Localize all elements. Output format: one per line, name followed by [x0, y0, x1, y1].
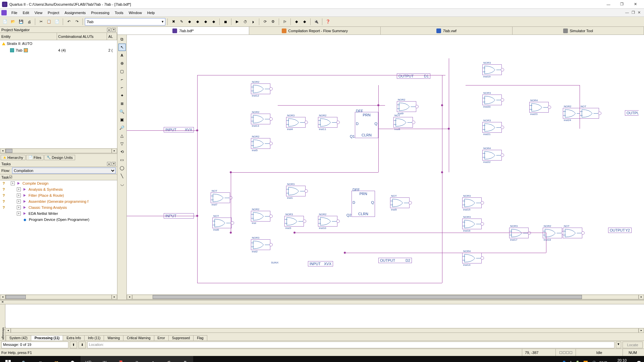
- msg-tab[interactable]: Flag: [193, 335, 207, 341]
- visio-icon[interactable]: Vⓢ: [80, 356, 97, 362]
- gate-nor3[interactable]: NOR3inst4: [286, 117, 306, 128]
- msg-tab[interactable]: Suppressed: [168, 335, 194, 341]
- mdi-minimize[interactable]: —: [625, 10, 629, 15]
- line-icon[interactable]: ╲: [118, 172, 126, 180]
- wire-node[interactable]: [293, 232, 296, 234]
- pin-output[interactable]: OUTPUTY1: [625, 110, 639, 116]
- entity-row[interactable]: Stratix II: AUTO: [0, 40, 117, 47]
- gate-nor3[interactable]: NOR3inst21: [482, 122, 502, 133]
- status-mini-nav[interactable]: [555, 349, 576, 356]
- text-icon[interactable]: A: [118, 52, 126, 59]
- location-box[interactable]: Location:: [87, 342, 614, 348]
- timing-icon[interactable]: ⏱: [241, 18, 249, 25]
- doc-tab[interactable]: Simulator Tool: [513, 27, 644, 35]
- task-row[interactable]: ◆Program Device (Open Programmer): [0, 217, 117, 223]
- gate-nor3[interactable]: NOR3inst17: [509, 228, 529, 238]
- msg-tab[interactable]: Info (11): [84, 335, 104, 341]
- panel-up[interactable]: ▴: [107, 28, 111, 32]
- lang-indicator[interactable]: ENG: [599, 361, 607, 362]
- gate-nor3[interactable]: NOR3inst2: [251, 239, 270, 250]
- battery-icon[interactable]: 🔋: [575, 361, 580, 362]
- msg-tab[interactable]: Warning: [104, 335, 123, 341]
- gate-nor2[interactable]: NOR2inst11: [318, 117, 337, 128]
- close-button[interactable]: ✕: [629, 1, 642, 8]
- doc-tab[interactable]: Compilation Report - Flow Summary: [249, 27, 381, 35]
- wire[interactable]: [294, 233, 546, 233]
- messages-hscroll[interactable]: ◂▸: [0, 328, 644, 333]
- gate-nor2[interactable]: NOR2inst13: [251, 114, 270, 124]
- flag-icon[interactable]: 🏳: [281, 18, 288, 25]
- col-aluts[interactable]: Combinational ALUTs: [57, 33, 107, 40]
- dff[interactable]: DFFPRNDQCLRNQ2: [352, 191, 375, 217]
- chip4-icon[interactable]: ◆: [210, 18, 217, 25]
- java-icon[interactable]: ☕: [161, 356, 177, 362]
- search-icon[interactable]: 🔍: [16, 356, 32, 362]
- wire[interactable]: [197, 283, 442, 283]
- msg-tab[interactable]: Extra Info: [63, 335, 85, 341]
- start-button[interactable]: [0, 356, 16, 362]
- task-row[interactable]: ?+Assembler (Generate programming f: [0, 198, 117, 204]
- gate-nor2[interactable]: NOR2inst5: [251, 138, 270, 149]
- tasks-up[interactable]: ▴: [107, 162, 111, 166]
- cut-icon[interactable]: ✂: [37, 18, 45, 25]
- panel-close[interactable]: ✕: [112, 28, 116, 32]
- ortholine-icon[interactable]: ⌐: [118, 76, 126, 83]
- wire[interactable]: [442, 75, 442, 283]
- mdi-restore[interactable]: ❐: [632, 10, 635, 15]
- oval-icon[interactable]: ◯: [118, 164, 126, 172]
- wire-node[interactable]: [196, 215, 198, 217]
- menu-view[interactable]: View: [32, 10, 45, 15]
- wire[interactable]: [378, 129, 449, 129]
- wire-node[interactable]: [441, 171, 443, 173]
- gate-not[interactable]: NOTinst6: [212, 218, 232, 228]
- gate-nor3[interactable]: NOR3inst1: [286, 186, 306, 196]
- gate-nor3[interactable]: NOR3inst16: [462, 219, 482, 229]
- chip2-icon[interactable]: ◆: [194, 18, 201, 25]
- col-entity[interactable]: Entity: [0, 33, 57, 40]
- explorer-icon[interactable]: 📁: [48, 356, 64, 362]
- locate-button[interactable]: Locate: [623, 342, 643, 348]
- gate-nor4[interactable]: NOR4inst22: [482, 150, 502, 161]
- wire[interactable]: [546, 233, 546, 253]
- gate-nor3[interactable]: NOR3inst3: [284, 216, 304, 227]
- wire[interactable]: [580, 85, 580, 129]
- wire[interactable]: [197, 75, 445, 75]
- gate-nor3[interactable]: NOR3inst15: [462, 197, 482, 208]
- yandex-icon[interactable]: 🅨: [64, 356, 80, 362]
- tab-hierarchy[interactable]: Hierarchy: [1, 155, 25, 160]
- task-row[interactable]: ?+Compile Design: [0, 180, 117, 186]
- doc-tab[interactable]: 7lab.vwf: [381, 27, 513, 35]
- undo-icon[interactable]: ↶: [65, 18, 72, 25]
- calc-icon[interactable]: 🖩: [177, 356, 193, 362]
- msg-tab[interactable]: Critical Warning: [123, 335, 154, 341]
- stop-icon[interactable]: ⏹: [222, 18, 229, 25]
- task-row[interactable]: ?+Fitter (Place & Route): [0, 192, 117, 198]
- wire-node[interactable]: [441, 104, 443, 106]
- saveall-icon[interactable]: 🖨: [25, 18, 33, 25]
- logic-icon[interactable]: 🔌: [313, 18, 320, 25]
- wand-icon[interactable]: ✎: [178, 18, 185, 25]
- wire-node[interactable]: [230, 171, 232, 173]
- flipv-icon[interactable]: △: [118, 132, 126, 139]
- doc-tab[interactable]: 7lab.bdf*: [117, 27, 249, 35]
- wire[interactable]: [127, 216, 197, 216]
- messages-body[interactable]: [0, 304, 644, 328]
- entity-hscroll[interactable]: ◂▸: [0, 148, 117, 154]
- tab-files[interactable]: 📄Files: [26, 155, 44, 160]
- wire[interactable]: [231, 172, 378, 173]
- wire[interactable]: [278, 105, 385, 106]
- quartus-icon[interactable]: ◆: [145, 356, 161, 362]
- power-icon[interactable]: ⟳: [261, 18, 269, 25]
- find-icon[interactable]: 🔎: [118, 124, 126, 131]
- msg-tab[interactable]: System (42): [6, 335, 31, 341]
- dff[interactable]: DFFPRNDQCLRNQ1: [355, 112, 378, 138]
- wire-node[interactable]: [230, 232, 232, 234]
- wire[interactable]: [345, 253, 546, 253]
- paste-icon[interactable]: 📄: [53, 18, 61, 25]
- pointer-icon[interactable]: ↖: [118, 44, 126, 51]
- wire-node[interactable]: [196, 129, 198, 131]
- sim-icon[interactable]: ⏵: [250, 18, 257, 25]
- wire[interactable]: [127, 130, 197, 131]
- diagline-icon[interactable]: ⌐: [118, 84, 126, 91]
- symbol-icon[interactable]: ⊕: [118, 60, 126, 67]
